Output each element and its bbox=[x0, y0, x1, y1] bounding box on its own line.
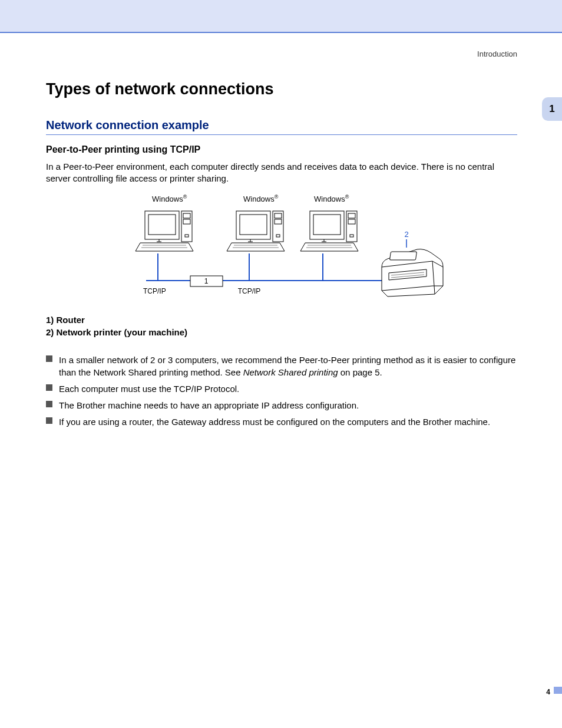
page-content: Types of network connections Network con… bbox=[46, 80, 517, 432]
page-number-accent bbox=[554, 687, 562, 694]
svg-rect-7 bbox=[148, 215, 176, 235]
os-label: Windows® bbox=[314, 194, 349, 203]
router-number-label: 1 bbox=[204, 277, 209, 285]
legend-item-2: 2) Network printer (your machine) bbox=[46, 327, 517, 337]
chapter-tab: 1 bbox=[542, 97, 562, 121]
svg-rect-30 bbox=[348, 219, 355, 224]
legend-item-1: 1) Router bbox=[46, 315, 517, 325]
intro-paragraph: In a Peer-to-Peer environment, each comp… bbox=[46, 161, 517, 185]
svg-rect-9 bbox=[183, 213, 190, 218]
heading-rule bbox=[46, 134, 517, 135]
svg-rect-10 bbox=[183, 219, 190, 224]
list-text: Each computer must use the TCP/IP Protoc… bbox=[59, 384, 239, 394]
computer-icon bbox=[227, 211, 285, 251]
tcpip-label-right: TCP/IP bbox=[238, 287, 261, 295]
svg-rect-31 bbox=[350, 235, 353, 237]
os-label: Windows® bbox=[243, 194, 279, 203]
svg-rect-36 bbox=[389, 252, 416, 260]
svg-rect-20 bbox=[275, 219, 282, 224]
svg-rect-27 bbox=[313, 215, 340, 235]
tcpip-label-left: TCP/IP bbox=[143, 287, 166, 295]
section-heading: Network connection example bbox=[46, 118, 517, 132]
computer-icon bbox=[300, 211, 358, 251]
network-diagram-svg: 1 TCP/IP TCP/IP bbox=[117, 193, 447, 304]
list-item: In a smaller network of 2 or 3 computers… bbox=[46, 354, 517, 378]
page-title: Types of network connections bbox=[46, 80, 517, 98]
computer-icon bbox=[135, 211, 193, 251]
os-label: Windows® bbox=[152, 194, 187, 203]
bullet-list: In a smaller network of 2 or 3 computers… bbox=[46, 354, 517, 428]
printer-icon bbox=[382, 249, 443, 296]
svg-rect-11 bbox=[185, 235, 189, 237]
svg-rect-21 bbox=[276, 235, 280, 237]
list-text: The Brother machine needs to have an app… bbox=[59, 400, 359, 410]
page-number: 4 bbox=[546, 688, 550, 696]
svg-rect-17 bbox=[240, 215, 267, 235]
list-text: on page 5. bbox=[338, 367, 382, 377]
running-header: Introduction bbox=[477, 50, 517, 58]
cross-ref-link[interactable]: Network Shared printing bbox=[243, 367, 338, 377]
list-item: Each computer must use the TCP/IP Protoc… bbox=[46, 383, 517, 395]
list-item: If you are using a router, the Gateway a… bbox=[46, 416, 517, 428]
svg-rect-29 bbox=[348, 213, 355, 218]
list-item: The Brother machine needs to have an app… bbox=[46, 399, 517, 411]
svg-rect-19 bbox=[275, 213, 282, 218]
subsection-heading: Peer-to-Peer printing using TCP/IP bbox=[46, 144, 517, 155]
diagram: 1 TCP/IP TCP/IP bbox=[46, 193, 517, 307]
printer-number-label: 2 bbox=[404, 230, 408, 239]
list-text: If you are using a router, the Gateway a… bbox=[59, 417, 490, 427]
top-rule bbox=[0, 32, 562, 33]
top-banner bbox=[0, 0, 562, 32]
